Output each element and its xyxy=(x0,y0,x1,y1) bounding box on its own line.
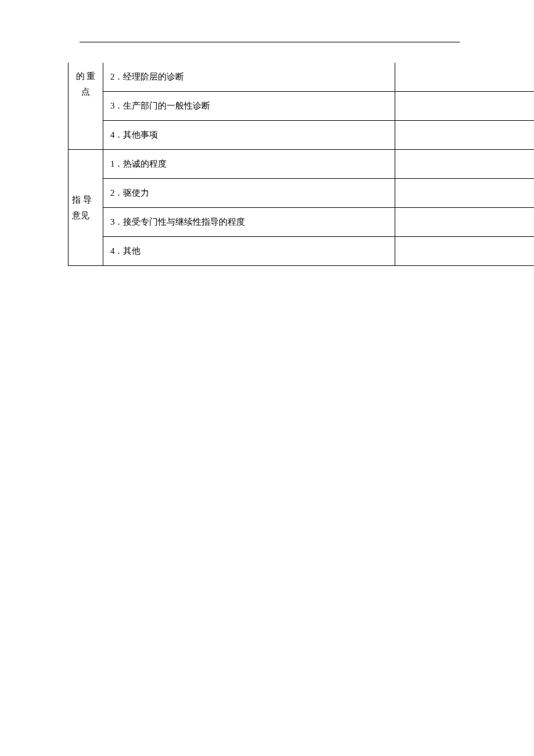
diagnosis-table: 的 重点 2．经理阶层的诊断 3．生产部门的一般性诊断 4．其他事项 指 导意见 xyxy=(68,63,534,266)
item-cell: 2．经理阶层的诊断 xyxy=(103,63,395,92)
table-row: 4．其他事项 xyxy=(68,121,535,150)
table-row: 指 导意见 1．热诚的程度 xyxy=(68,150,535,179)
item-text: 1．热诚的程度 xyxy=(110,159,167,168)
value-cell xyxy=(395,208,534,237)
value-cell xyxy=(395,237,534,266)
value-cell xyxy=(395,179,534,208)
item-text: 3．生产部门的一般性诊断 xyxy=(110,101,211,110)
item-text: 4．其他 xyxy=(110,246,141,255)
item-cell: 4．其他 xyxy=(103,237,395,266)
item-text: 3．接受专门性与继续性指导的程度 xyxy=(110,217,246,226)
value-cell xyxy=(395,63,534,92)
item-cell: 2．驱使力 xyxy=(103,179,395,208)
section-label: 的 重点 xyxy=(76,71,96,96)
diagnosis-table-container: 的 重点 2．经理阶层的诊断 3．生产部门的一般性诊断 4．其他事项 指 导意见 xyxy=(68,63,534,266)
header-divider xyxy=(80,42,460,42)
item-text: 2．经理阶层的诊断 xyxy=(110,72,185,81)
item-cell: 3．生产部门的一般性诊断 xyxy=(103,92,395,121)
item-cell: 4．其他事项 xyxy=(103,121,395,150)
section-label-cell: 指 导意见 xyxy=(68,150,103,266)
table-row: 的 重点 2．经理阶层的诊断 xyxy=(68,63,535,92)
table-row: 4．其他 xyxy=(68,237,535,266)
table-row: 2．驱使力 xyxy=(68,179,535,208)
table-row: 3．接受专门性与继续性指导的程度 xyxy=(68,208,535,237)
item-text: 4．其他事项 xyxy=(110,130,158,139)
value-cell xyxy=(395,121,534,150)
table-row: 3．生产部门的一般性诊断 xyxy=(68,92,535,121)
item-cell: 3．接受专门性与继续性指导的程度 xyxy=(103,208,395,237)
value-cell xyxy=(395,150,534,179)
value-cell xyxy=(395,92,534,121)
section-label: 指 导意见 xyxy=(72,195,92,220)
item-text: 2．驱使力 xyxy=(110,188,150,197)
section-label-cell: 的 重点 xyxy=(68,63,103,150)
item-cell: 1．热诚的程度 xyxy=(103,150,395,179)
